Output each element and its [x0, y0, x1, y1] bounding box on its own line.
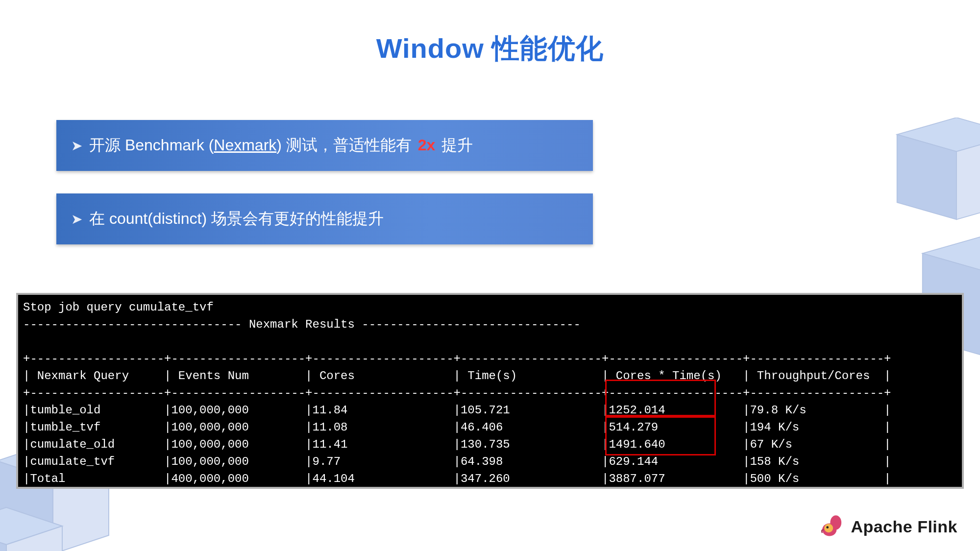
svg-marker-8 — [956, 135, 980, 219]
bullet-benchmark: ➤ 开源 Benchmark (Nexmark) 测试，普适性能有 2x 提升 — [56, 120, 593, 171]
bullet-arrow-icon: ➤ — [71, 138, 82, 154]
bullet-count-distinct: ➤ 在 count(distinct) 场景会有更好的性能提升 — [56, 193, 593, 244]
nexmark-link[interactable]: Nexmark — [214, 136, 276, 154]
svg-point-14 — [825, 524, 833, 532]
bullet-text-part: 提升 — [437, 136, 473, 154]
slide-title: Window 性能优化 — [0, 30, 980, 68]
bullet-text: 在 count(distinct) 场景会有更好的性能提升 — [89, 208, 384, 230]
bullet-text: 开源 Benchmark (Nexmark) 测试，普适性能有 2x 提升 — [89, 135, 473, 156]
flink-squirrel-icon — [818, 514, 844, 539]
terminal-output: Stop job query cumulate_tvf ------------… — [16, 293, 964, 489]
svg-marker-4 — [0, 526, 6, 551]
speedup-highlight: 2x — [418, 136, 436, 154]
svg-marker-7 — [897, 135, 956, 219]
bullet-text-part: ) 测试，普适性能有 — [276, 136, 416, 154]
svg-marker-9 — [923, 237, 980, 270]
svg-marker-3 — [0, 507, 62, 545]
svg-marker-5 — [6, 526, 62, 551]
bullet-arrow-icon: ➤ — [71, 211, 82, 227]
brand-text: Apache Flink — [851, 517, 957, 536]
svg-marker-6 — [897, 118, 980, 151]
svg-point-15 — [827, 526, 829, 528]
bullet-text-part: 开源 Benchmark ( — [89, 136, 214, 154]
footer-logo: Apache Flink — [818, 514, 957, 539]
